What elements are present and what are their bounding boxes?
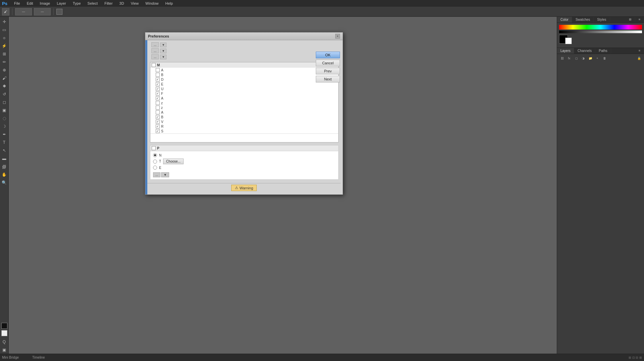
tool-move[interactable]: ✛: [1, 18, 8, 25]
menu-window[interactable]: Window: [144, 1, 160, 5]
layer-panel-menu[interactable]: ≡: [635, 48, 644, 54]
tool-heal[interactable]: ⊕: [1, 66, 8, 74]
preferences-dialog[interactable]: Preferences × ... ▼ ... ▼ ... ▼: [145, 32, 343, 195]
menu-3d[interactable]: 3D: [118, 1, 126, 5]
radio-option-1[interactable]: [153, 153, 157, 157]
item-checkbox-8[interactable]: [156, 101, 160, 105]
list-item[interactable]: A: [150, 96, 338, 101]
gray-gradient-bar[interactable]: [559, 31, 642, 33]
tool-gradient[interactable]: ▣: [1, 107, 8, 114]
list-item[interactable]: B: [150, 72, 338, 77]
size-input-1[interactable]: —: [15, 8, 32, 15]
radio-option-2[interactable]: [153, 160, 157, 164]
tool-zoom[interactable]: 🔍: [1, 179, 8, 186]
prev-button[interactable]: Prev: [316, 68, 340, 74]
ctrl-dots-2[interactable]: ...: [151, 48, 159, 53]
tool-brush[interactable]: 🖌: [1, 74, 8, 82]
list-item[interactable]: U: [150, 86, 338, 91]
cancel-button[interactable]: Cancel: [316, 60, 340, 66]
menu-view[interactable]: View: [130, 1, 140, 5]
panel-menu-icon[interactable]: ≡: [635, 17, 644, 22]
list-item[interactable]: V: [150, 119, 338, 124]
menu-file[interactable]: File: [13, 1, 21, 5]
ctrl-arrow-1[interactable]: ▼: [160, 43, 166, 47]
section2-checkbox[interactable]: [152, 146, 156, 150]
list-item[interactable]: B: [150, 115, 338, 119]
item-checkbox-9[interactable]: [156, 106, 160, 110]
tool-blur[interactable]: ◌: [1, 115, 8, 122]
tool-clone[interactable]: ✱: [1, 82, 8, 90]
tab-channels[interactable]: Channels: [574, 48, 595, 54]
timeline-label[interactable]: Timeline: [32, 356, 45, 359]
adjustment-layer-icon[interactable]: ◑: [580, 55, 586, 61]
tool-hand[interactable]: ✋: [1, 171, 8, 178]
tool-crop[interactable]: ⊞: [1, 50, 8, 58]
ctrl-arrow-2[interactable]: ▼: [160, 49, 166, 53]
radio-option-3[interactable]: [153, 166, 157, 170]
list-item[interactable]: F: [150, 91, 338, 96]
tool-path-select[interactable]: ↖: [1, 147, 8, 154]
screen-mode-toggle[interactable]: ▣: [1, 346, 8, 354]
tool-pen[interactable]: ✒: [1, 131, 8, 138]
list-item[interactable]: z: [150, 105, 338, 110]
layer-style-icon[interactable]: fx: [566, 55, 572, 61]
tool-history-brush[interactable]: ↺: [1, 91, 8, 98]
tool-magic-wand[interactable]: ⚡: [1, 42, 8, 50]
menu-layer[interactable]: Layer: [55, 1, 67, 5]
next-button[interactable]: Next: [316, 76, 340, 82]
color-swatch-btn[interactable]: [56, 9, 62, 15]
section1-header[interactable]: M: [150, 62, 338, 68]
dropdown-dots-btn[interactable]: ...: [153, 172, 160, 177]
item-checkbox-5[interactable]: [156, 87, 160, 91]
menu-filter[interactable]: Filter: [103, 1, 114, 5]
tool-text[interactable]: T: [1, 139, 8, 146]
tool-select[interactable]: ▭: [1, 26, 8, 34]
menu-image[interactable]: Image: [39, 1, 52, 5]
item-checkbox-11[interactable]: [156, 115, 160, 119]
delete-layer-icon[interactable]: 🗑: [601, 55, 607, 61]
section2-header[interactable]: P: [150, 145, 339, 151]
tool-lasso[interactable]: ⌾: [1, 34, 8, 42]
item-checkbox-4[interactable]: [156, 82, 160, 86]
list-item[interactable]: z: [150, 101, 338, 105]
mini-bridge-label[interactable]: Mini Bridge: [2, 356, 19, 359]
tab-styles[interactable]: Styles: [594, 17, 610, 22]
list-item[interactable]: D: [150, 77, 338, 82]
tool-shape[interactable]: ▬: [1, 155, 8, 162]
color-gradient-bar[interactable]: [559, 25, 642, 29]
dialog-close-button[interactable]: ×: [335, 34, 340, 39]
item-checkbox-1[interactable]: [156, 68, 160, 72]
new-layer-icon[interactable]: +: [594, 55, 600, 61]
item-checkbox-13[interactable]: [156, 124, 160, 128]
menu-help[interactable]: Help: [164, 1, 174, 5]
foreground-color[interactable]: [1, 323, 7, 329]
tool-dodge[interactable]: ☽: [1, 123, 8, 130]
background-color-swatch[interactable]: [565, 38, 572, 44]
item-checkbox-6[interactable]: [156, 92, 160, 96]
section1-checkbox[interactable]: [152, 63, 156, 67]
quick-mask-toggle[interactable]: Q: [1, 338, 8, 346]
link-layers-icon[interactable]: ⛓: [559, 55, 565, 61]
dropdown-arrow-btn[interactable]: ▼: [161, 172, 169, 177]
item-checkbox-14[interactable]: [156, 129, 160, 133]
size-input-2[interactable]: —: [34, 8, 51, 15]
tab-paths[interactable]: Paths: [595, 48, 611, 54]
tab-swatches[interactable]: Swatches: [572, 17, 594, 22]
menu-type[interactable]: Type: [71, 1, 82, 5]
ctrl-dots-3[interactable]: ...: [151, 54, 159, 59]
tool-eyedropper[interactable]: ✏: [1, 58, 8, 66]
adjustments-icon[interactable]: ⊞: [626, 17, 635, 22]
item-checkbox-2[interactable]: [156, 73, 160, 77]
tab-color[interactable]: Color: [557, 17, 572, 22]
ok-button[interactable]: OK: [316, 52, 340, 58]
layer-mask-icon[interactable]: ◻: [573, 55, 579, 61]
list-item[interactable]: R: [150, 124, 338, 129]
choose-button[interactable]: Choose...: [163, 159, 184, 164]
brush-tool[interactable]: 🖌: [2, 8, 9, 15]
tool-3d[interactable]: ∰: [1, 163, 8, 170]
list-item[interactable]: E: [150, 82, 338, 86]
item-checkbox-10[interactable]: [156, 110, 160, 114]
list-item[interactable]: S: [150, 129, 338, 133]
tab-layers[interactable]: Layers: [557, 48, 574, 54]
ctrl-dots-1[interactable]: ...: [151, 42, 159, 47]
